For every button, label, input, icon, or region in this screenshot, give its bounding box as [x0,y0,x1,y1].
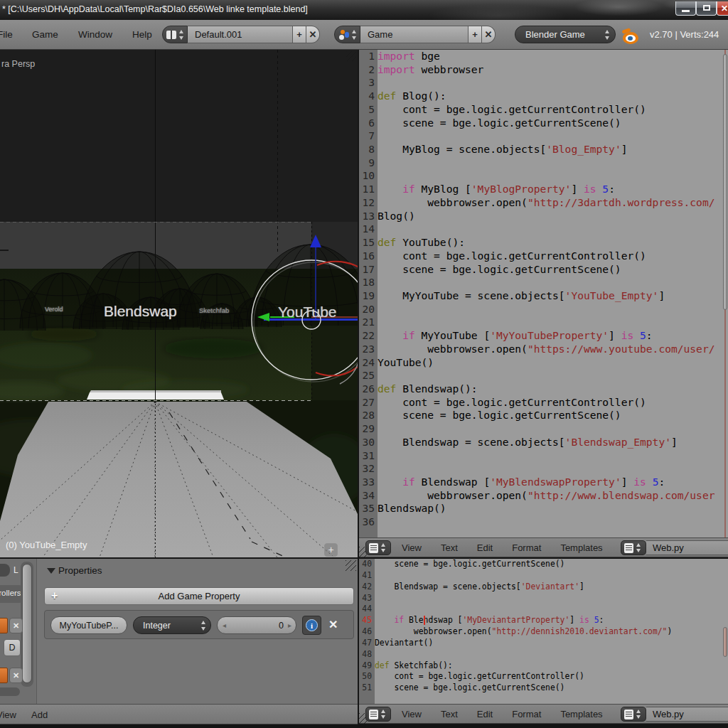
code-line[interactable]: 17 scene = bge.logic.getCurrentScene() [359,263,728,277]
property-value-stepper[interactable]: ◂ 0 ▸ [217,616,296,634]
controller-name-field-partial[interactable]: D [4,639,21,656]
menu-add[interactable]: Add [31,710,48,720]
property-name-field[interactable]: MyYouTubeP... [50,616,127,634]
code-line[interactable]: 22 if MyYouTube ['MyYouTubeProperty'] is… [359,329,728,343]
code-line[interactable]: 7 [359,129,728,143]
code-line[interactable]: 18 [359,276,728,289]
code-line[interactable]: 44 [359,604,728,615]
code-line[interactable]: 13Blog() [359,210,728,223]
code-line[interactable]: 28 scene = bge.logic.getCurrentScene() [359,409,728,422]
code-line[interactable]: 8 MyBlog = scene.objects['Blog_Empty'] [359,143,728,156]
code-line[interactable]: 46 webbrowser.open("http://dennish2010.d… [359,626,728,638]
code-line[interactable]: 24YouTube() [359,356,728,370]
menu-format[interactable]: Format [512,542,541,553]
increment-arrow-icon[interactable]: ▸ [288,621,291,629]
text-datablock-browse-button[interactable] [621,540,646,555]
scene-delete-button[interactable]: ✕ [482,26,496,43]
code-line[interactable]: 32 [359,462,728,476]
code-line[interactable]: 29 [359,422,728,436]
menu-format[interactable]: Format [512,709,541,719]
menu-help[interactable]: Help [132,29,152,40]
code-line[interactable]: 12 webbrowser.open("http://3dartdh.wordp… [359,196,728,210]
code-line[interactable]: 30 Blendswap = scene.objects['Blendswap_… [359,436,728,449]
code-line[interactable]: 3 [359,76,728,90]
decrement-arrow-icon[interactable]: ◂ [223,621,226,629]
controllers-header[interactable]: Controllers [0,585,21,603]
code-line[interactable]: 21 [359,316,728,329]
code-line[interactable]: 35Blendswap() [359,502,728,515]
logic-widget-partial[interactable] [0,564,10,577]
code-line[interactable]: 19 MyYouTube = scene.objects['YouTube_Em… [359,289,728,303]
text-datablock-name[interactable]: Web.py [646,540,728,555]
add-game-property-button[interactable]: + Add Game Property [44,587,354,605]
property-delete-button[interactable]: ✕ [328,618,338,631]
code-line[interactable]: 4def Blog(): [359,90,728,103]
scene-name-field[interactable]: Game [360,26,469,43]
menu-templates[interactable]: Templates [560,542,602,553]
menu-game[interactable]: Game [32,29,58,40]
menu-view[interactable]: View [402,542,422,553]
maximize-button[interactable] [696,1,717,16]
code-line[interactable]: 47Deviantart() [359,638,728,649]
code-line[interactable]: 14 [359,223,728,236]
area-corner-widget[interactable] [346,51,356,61]
menu-edit[interactable]: Edit [477,709,493,719]
text-datablock-browse-button[interactable] [621,707,646,722]
text-editor-bottom[interactable]: 40 scene = bge.logic.getCurrentScene()41… [359,559,728,704]
controllers-scrollbar[interactable] [22,564,32,683]
code-line[interactable]: 10 [359,169,728,183]
menu-window[interactable]: Window [78,29,112,40]
code-line[interactable]: 15def YouTube(): [359,236,728,250]
code-line[interactable]: 49def Sketchfab(): [359,660,728,672]
code-line[interactable]: 51 scene = bge.logic.getCurrentScene() [359,682,728,694]
menu-templates[interactable]: Templates [560,709,602,719]
code-line[interactable]: 40 scene = bge.logic.getCurrentScene() [359,559,728,570]
properties-region-expand-button[interactable]: + [324,543,338,557]
screen-layout-icon-button[interactable] [162,26,188,43]
code-line[interactable]: 36 [359,515,728,529]
code-line[interactable]: 23 webbrowser.open("https://www.youtube.… [359,343,728,356]
panel-collapse-triangle-icon[interactable] [47,568,55,574]
menu-edit[interactable]: Edit [477,542,493,553]
controllers-scrollbar-bottom[interactable] [0,687,20,696]
layout-add-button[interactable]: + [293,26,306,43]
layout-delete-button[interactable]: ✕ [306,26,320,43]
menu-file[interactable]: File [0,29,13,40]
area-corner-widget[interactable] [346,560,356,571]
viewport-3d[interactable]: ra Persp VeroldBlendswapSketchfabYouTube… [0,50,358,557]
scene-add-button[interactable]: + [469,26,482,43]
code-line[interactable]: 1import bge [359,50,728,63]
code-line[interactable]: 6 scene = bge.logic.getCurrentScene() [359,117,728,130]
text-datablock-name[interactable]: Web.py [646,707,728,722]
code-line[interactable]: 50 cont = bge.logic.getCurrentController… [359,671,728,682]
menu-text[interactable]: Text [441,542,458,553]
controller-delete-button[interactable]: ✕ [9,618,23,633]
property-type-dropdown[interactable]: Integer [133,616,211,634]
code-line[interactable]: 5 cont = bge.logic.getCurrentController(… [359,103,728,117]
code-line[interactable]: 42 Blendswap = scene.objects['Deviantart… [359,582,728,593]
minimize-button[interactable] [675,1,696,16]
menu-view[interactable]: View [402,709,422,719]
code-line[interactable]: 25 [359,369,728,382]
engine-dropdown[interactable]: Blender Game [515,26,616,43]
window-titlebar[interactable]: * [C:\Users\DH\AppData\Local\Temp\Rar$DI… [0,0,728,20]
editor-type-button[interactable] [365,540,391,555]
menu-text[interactable]: Text [441,709,458,719]
code-line[interactable]: 45 if Blendswap ['MyDeviantartProperty']… [359,615,728,626]
code-line[interactable]: 9 [359,156,728,170]
close-button[interactable]: ✕ [717,1,728,16]
code-line[interactable]: 26def Blendswap(): [359,382,728,396]
code-line[interactable]: 31 [359,449,728,463]
code-line[interactable]: 27 cont = bge.logic.getCurrentController… [359,396,728,410]
code-line[interactable]: 11 if MyBlog ['MyBlogProperty'] is 5: [359,183,728,196]
code-line[interactable]: 20 [359,303,728,316]
scene-icon-button[interactable] [334,26,360,43]
code-line[interactable]: 34 webbrowser.open("http://www.blendswap… [359,489,728,503]
controller-delete-button[interactable]: ✕ [9,668,23,683]
code-line[interactable]: 41 [359,570,728,582]
menu-view[interactable]: View [0,710,16,720]
code-line[interactable]: 43 [359,593,728,604]
editor-type-button[interactable] [365,707,391,722]
text-editor-top[interactable]: 1import bge2import webbrowser34def Blog(… [359,50,728,537]
screen-layout-name-field[interactable]: Default.001 [188,26,293,43]
